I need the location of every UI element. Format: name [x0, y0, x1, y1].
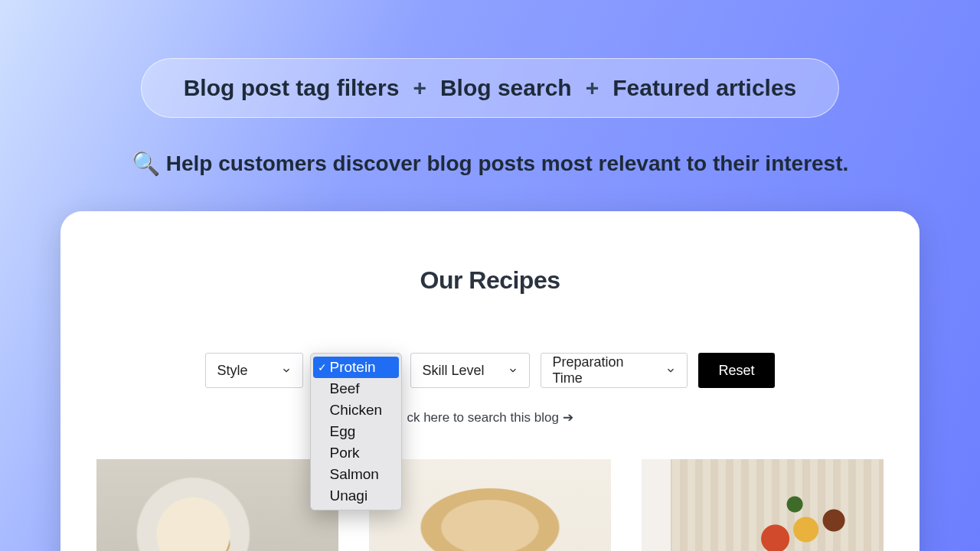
search-hint-text: ck here to search this blog ➔ [407, 410, 573, 425]
reset-button[interactable]: Reset [698, 353, 774, 388]
plus-icon: + [413, 75, 426, 101]
protein-dropdown[interactable]: ✓Protein✓Beef✓Chicken✓Egg✓Pork✓Salmon✓Un… [310, 353, 402, 510]
chevron-down-icon [281, 365, 292, 376]
preparation-time-select-label: Preparation Time [552, 354, 652, 386]
dropdown-option[interactable]: ✓Pork [311, 442, 401, 464]
banner-part-2: Blog search [440, 75, 572, 101]
page-title: Our Recipes [60, 266, 920, 295]
style-select[interactable]: Style [205, 353, 303, 388]
search-hint[interactable]: ck here to search this blog ➔ [60, 409, 920, 425]
dropdown-option[interactable]: ✓Salmon [311, 464, 401, 485]
preparation-time-select[interactable]: Preparation Time [541, 353, 688, 388]
dropdown-option-label: Pork [329, 445, 359, 461]
feature-banner: Blog post tag filters + Blog search + Fe… [141, 58, 839, 118]
chevron-down-icon [508, 365, 518, 376]
article-thumbnails [60, 459, 920, 551]
dropdown-option-label: Unagi [329, 487, 368, 504]
subheading: 🔍 Help customers discover blog posts mos… [69, 150, 911, 177]
dropdown-option-label: Beef [329, 380, 359, 397]
dropdown-option[interactable]: ✓Beef [311, 378, 401, 399]
dropdown-option-label: Egg [329, 423, 355, 440]
dropdown-option-label: Chicken [329, 402, 382, 419]
dropdown-option-label: Protein [329, 359, 375, 376]
article-card[interactable] [96, 459, 338, 551]
magnifier-icon: 🔍 [132, 150, 160, 177]
dropdown-option-label: Salmon [329, 466, 378, 483]
plus-icon: + [586, 75, 599, 101]
skill-level-select-label: Skill Level [422, 363, 484, 379]
style-select-label: Style [217, 363, 247, 379]
banner-part-3: Featured articles [612, 75, 796, 101]
chevron-down-icon [665, 365, 676, 376]
check-icon: ✓ [318, 361, 327, 373]
dropdown-option[interactable]: ✓Egg [311, 421, 401, 442]
dropdown-option[interactable]: ✓Protein [313, 357, 399, 378]
dropdown-option[interactable]: ✓Chicken [311, 399, 401, 421]
filter-bar: Style Skill Level Preparation Time Reset [60, 353, 920, 388]
subheading-text: Help customers discover blog posts most … [166, 152, 849, 176]
article-card[interactable] [369, 459, 611, 551]
demo-card: Our Recipes Style Skill Level Preparatio… [60, 211, 920, 551]
banner-part-1: Blog post tag filters [184, 75, 400, 101]
dropdown-option[interactable]: ✓Unagi [311, 485, 401, 507]
article-card[interactable] [642, 459, 884, 551]
skill-level-select[interactable]: Skill Level [410, 353, 530, 388]
